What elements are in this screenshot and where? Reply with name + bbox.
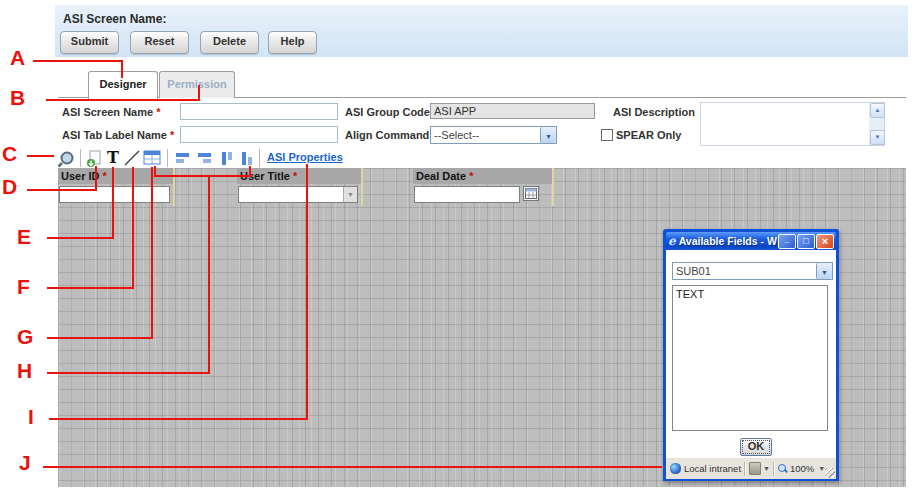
tab-label-name-label: ASI Tab Label Name *: [62, 129, 174, 141]
required-asterisk: *: [170, 129, 174, 141]
line-tool-icon[interactable]: [124, 150, 140, 168]
available-fields-window[interactable]: e Available Fields - Wind... _ □ × SUB01…: [663, 229, 839, 481]
list-item[interactable]: TEXT: [673, 286, 827, 302]
delete-button[interactable]: Delete: [200, 31, 259, 54]
toolbar-separator: [259, 149, 260, 167]
annotation-letter-d: D: [2, 175, 17, 199]
maximize-icon[interactable]: □: [797, 234, 815, 249]
toolbar-separator: [80, 149, 81, 167]
chevron-down-icon[interactable]: ▼: [540, 127, 556, 143]
help-button[interactable]: Help: [268, 31, 317, 54]
spear-only-checkbox[interactable]: [601, 129, 613, 141]
status-zone-text: Local intranet: [684, 463, 741, 474]
required-asterisk: *: [293, 170, 297, 182]
align-top-icon[interactable]: [219, 150, 235, 168]
spear-only-label: SPEAR Only: [616, 129, 681, 141]
field-label: User ID *: [58, 168, 173, 184]
intranet-zone-icon: [670, 463, 681, 474]
toolbar-separator: [167, 149, 168, 167]
add-field-tool-icon[interactable]: [86, 150, 102, 170]
internet-explorer-icon: e: [668, 235, 676, 247]
annotation-letter-g: G: [17, 325, 33, 349]
ok-button[interactable]: OK: [740, 438, 772, 456]
align-bottom-icon[interactable]: [239, 150, 255, 168]
annotation-letter-i: I: [28, 405, 34, 429]
minimize-icon[interactable]: _: [778, 234, 796, 249]
page-title: ASI Screen Name:: [63, 12, 166, 26]
popup-title: Available Fields - Wind...: [679, 235, 777, 247]
tab-designer[interactable]: Designer: [88, 71, 158, 99]
field-label: User Title *: [237, 168, 361, 184]
popup-content: SUB01 ▼ TEXT OK: [666, 250, 836, 457]
zoom-tool-icon[interactable]: [57, 150, 75, 170]
popup-status-bar: Local intranet ▼ 100% ▼: [666, 457, 836, 479]
align-right-icon[interactable]: [196, 150, 213, 168]
text-tool-icon[interactable]: T: [107, 150, 119, 166]
annotation-letter-e: E: [17, 225, 31, 249]
status-separator: [773, 462, 775, 476]
calendar-button[interactable]: [523, 186, 539, 201]
required-asterisk: *: [469, 170, 473, 182]
deal-date-input[interactable]: [414, 186, 520, 203]
protected-mode-icon: [749, 462, 761, 475]
tab-permission[interactable]: Permission: [159, 71, 235, 98]
group-code-label: ASI Group Code: [345, 106, 430, 118]
user-title-select[interactable]: ▼: [238, 186, 358, 203]
align-command-label: Align Command: [345, 129, 429, 141]
status-separator: [744, 462, 746, 476]
asi-properties-link[interactable]: ASI Properties: [267, 151, 343, 163]
popup-title-bar[interactable]: e Available Fields - Wind... _ □ ×: [666, 232, 836, 250]
scroll-down-icon[interactable]: ▼: [870, 130, 885, 145]
field-cell-deal-date[interactable]: Deal Date *: [413, 168, 554, 206]
field-cell-user-id[interactable]: User ID *: [58, 168, 175, 206]
submit-button[interactable]: Submit: [60, 31, 119, 54]
reset-button[interactable]: Reset: [130, 31, 189, 54]
chevron-down-icon[interactable]: ▼: [763, 461, 770, 476]
screen-name-label: ASI Screen Name *: [62, 106, 160, 118]
required-asterisk: *: [103, 170, 107, 182]
scroll-up-icon[interactable]: ▲: [870, 103, 885, 118]
field-cell-user-title[interactable]: User Title * ▼: [237, 168, 363, 206]
chevron-down-icon[interactable]: ▼: [343, 187, 357, 202]
description-textarea[interactable]: ▲ ▼: [700, 102, 885, 146]
zoom-level-text[interactable]: 100%: [790, 463, 814, 474]
zoom-level-icon: [778, 464, 787, 473]
chevron-down-icon[interactable]: ▼: [816, 263, 832, 279]
resize-grip[interactable]: [825, 468, 835, 478]
annotation-letter-j: J: [19, 451, 31, 475]
align-command-select[interactable]: --Select-- ▼: [430, 126, 557, 144]
close-icon[interactable]: ×: [816, 234, 834, 249]
annotation-letter-b: B: [10, 86, 25, 110]
required-asterisk: *: [156, 106, 160, 118]
group-code-value: ASI APP: [430, 103, 595, 119]
annotation-letter-c: C: [2, 142, 17, 166]
user-id-input[interactable]: [59, 186, 170, 203]
subform-select[interactable]: SUB01 ▼: [672, 262, 833, 280]
screen-name-input[interactable]: [180, 103, 338, 120]
tab-label-name-input[interactable]: [180, 126, 338, 143]
table-tool-icon[interactable]: [143, 150, 161, 167]
description-label: ASI Description: [613, 106, 695, 118]
align-left-icon[interactable]: [174, 150, 191, 168]
annotation-letter-a: A: [10, 46, 25, 70]
description-scrollbar[interactable]: ▲ ▼: [869, 103, 884, 145]
available-fields-listbox[interactable]: TEXT: [672, 285, 828, 431]
annotation-letter-f: F: [17, 275, 30, 299]
annotation-letter-h: H: [17, 359, 32, 383]
asi-designer-page: ASI Screen Name: Submit Reset Delete Hel…: [0, 0, 921, 491]
field-label: Deal Date *: [413, 168, 552, 184]
